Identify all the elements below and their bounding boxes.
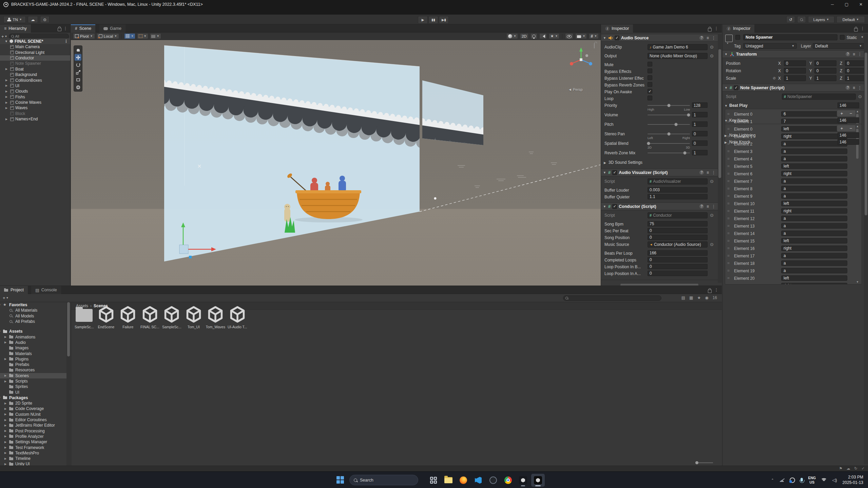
project-tree-item[interactable]: Resources <box>0 367 66 373</box>
array-element-row[interactable]: = Element 8 a <box>725 185 857 193</box>
note-knock-foldout[interactable]: ▶ Note Knock 146 <box>722 139 864 145</box>
drag-handle-icon[interactable]: = <box>727 283 730 285</box>
array-size-field[interactable]: 146 <box>837 139 859 145</box>
expand-arrow-icon[interactable]: ▶ <box>4 451 7 454</box>
tray-expand-icon[interactable]: ⌃ <box>771 478 774 482</box>
layers-dropdown[interactable]: Layers▼ <box>808 16 834 23</box>
project-tree-item[interactable]: ▼ Assets <box>0 329 66 334</box>
expand-arrow-icon[interactable]: ▶ <box>4 357 7 360</box>
presets-icon[interactable]: ≡ <box>853 85 855 90</box>
expand-arrow-icon[interactable]: ▶ <box>4 446 7 449</box>
element-value-field[interactable]: right <box>781 283 847 285</box>
drag-handle-icon[interactable]: = <box>727 268 730 273</box>
inspector-scrollbar[interactable] <box>718 34 722 283</box>
drag-handle-icon[interactable]: = <box>727 261 730 266</box>
play-button[interactable]: ▶ <box>418 16 428 24</box>
array-element-row[interactable]: = Element 21 right <box>725 282 857 285</box>
project-tree-item[interactable]: Materials <box>0 351 66 356</box>
hierarchy-item[interactable]: Background <box>0 72 70 77</box>
axis-y-field[interactable]: 0 <box>814 68 836 74</box>
hierarchy-item[interactable]: Directional Light <box>0 50 70 55</box>
tab-hierarchy[interactable]: ≡Hierarchy <box>0 24 31 33</box>
axis-y-field[interactable]: 0 <box>814 60 836 66</box>
element-value-field[interactable]: a <box>781 193 847 199</box>
array-element-row[interactable]: = Element 11 right <box>725 208 857 215</box>
audio-visualizer-header[interactable]: ▼ # ✓ Audio Visualizer (Script) ? ≡ ⋮ <box>601 169 718 176</box>
checkbox[interactable]: ✓ <box>648 82 652 87</box>
status-cloud-icon[interactable]: ☁ <box>847 466 850 471</box>
drag-handle-icon[interactable]: = <box>727 171 730 176</box>
slider-track[interactable] <box>648 153 690 153</box>
project-tree-item[interactable]: ▶ Post Processing <box>0 428 66 434</box>
expand-arrow-icon[interactable]: ▼ <box>0 396 1 399</box>
project-tree-scrollbar[interactable] <box>66 302 71 466</box>
array-element-row[interactable]: = Element 16 right <box>725 245 857 252</box>
link-scale-icon[interactable]: ⊘ <box>773 76 776 80</box>
project-tree-item[interactable]: ▼ Packages <box>0 395 66 401</box>
expand-arrow-icon[interactable]: ▶ <box>4 380 7 383</box>
expand-arrow-icon[interactable]: ▶ <box>4 413 7 416</box>
project-tree-item[interactable]: ▶ Plugins <box>0 356 66 362</box>
help-icon[interactable]: ? <box>846 85 850 90</box>
project-tree-item[interactable]: ▶ 2D Sprite <box>0 401 66 406</box>
kebab-menu-icon[interactable]: ⋮ <box>858 52 862 57</box>
expand-arrow-icon[interactable]: ▶ <box>5 90 9 93</box>
step-button[interactable]: ▶▮ <box>439 16 449 24</box>
project-tree-item[interactable]: ▶ Scenes <box>0 373 66 378</box>
project-search-input[interactable] <box>563 295 661 301</box>
axis-y-field[interactable]: 1 <box>814 75 836 81</box>
kebab-menu-icon[interactable]: ⋮ <box>712 204 716 209</box>
drag-handle-icon[interactable]: = <box>727 231 730 236</box>
kebab-menu-icon[interactable]: ⋮ <box>858 85 862 90</box>
favorites-filter-icon[interactable]: ★ <box>697 295 701 300</box>
hierarchy-item[interactable]: Block <box>0 111 70 116</box>
drag-handle-icon[interactable]: = <box>727 209 730 213</box>
clock[interactable]: 2:03 PM2025-01-13 <box>843 475 863 485</box>
project-tree-item[interactable]: ▶ Editor Coroutines <box>0 417 66 423</box>
expand-arrow-icon[interactable]: ▶ <box>4 463 7 466</box>
close-button[interactable]: ✕ <box>854 0 868 9</box>
project-tree-item[interactable]: UI <box>0 389 66 395</box>
perspective-label[interactable]: ◄ Persp <box>568 87 583 92</box>
expand-arrow-icon[interactable]: ▶ <box>5 106 9 110</box>
start-button[interactable] <box>336 476 344 484</box>
help-icon[interactable]: ? <box>846 52 850 56</box>
object-picker-icon[interactable]: ⊙ <box>710 53 714 58</box>
element-value-field[interactable]: right <box>781 246 847 251</box>
array-element-row[interactable]: = Element 19 a <box>725 267 857 275</box>
help-icon[interactable]: ? <box>699 204 704 209</box>
object-picker-icon[interactable]: ⊙ <box>710 44 714 50</box>
text-field[interactable]: 0 <box>648 264 708 269</box>
chrome-button[interactable] <box>501 474 515 487</box>
element-value-field[interactable]: left <box>781 275 847 281</box>
project-tree-item[interactable]: ▶ TextMeshPro <box>0 450 66 456</box>
slider-value-field[interactable]: 1 <box>692 121 708 127</box>
component-enabled-checkbox[interactable]: ✓ <box>612 170 617 175</box>
hierarchy-item[interactable]: ▶ Fishs <box>0 94 70 100</box>
cloud-button[interactable]: ☁ <box>28 16 38 23</box>
expand-arrow-icon[interactable]: ▼ <box>0 304 1 307</box>
2d-toggle[interactable]: 2D <box>520 33 528 39</box>
expand-arrow-icon[interactable]: ▶ <box>5 67 9 71</box>
project-tree-item[interactable]: ▶ Audio <box>0 340 66 345</box>
kebab-menu-icon[interactable]: ⋮ <box>64 39 68 44</box>
maximize-button[interactable]: ▢ <box>840 0 854 9</box>
remove-element-button[interactable]: − <box>846 110 855 116</box>
kebab-menu-icon[interactable]: ⋮ <box>714 26 718 31</box>
text-field[interactable]: 0 <box>648 235 708 240</box>
project-file[interactable]: SampleSc... <box>161 306 183 329</box>
slider-thumb[interactable] <box>674 123 678 126</box>
drag-handle-icon[interactable]: = <box>727 201 730 206</box>
expand-arrow-icon[interactable]: ▶ <box>5 101 9 104</box>
expand-arrow-icon[interactable]: ▶ <box>4 418 7 422</box>
hierarchy-item[interactable]: ▶ Cosine Waves <box>0 100 70 105</box>
kebab-menu-icon[interactable]: ⋮ <box>861 26 865 31</box>
array-element-row[interactable]: = Element 5 left <box>725 163 857 170</box>
foldout-arrow-icon[interactable]: ▶ <box>604 161 607 164</box>
presets-icon[interactable]: ≡ <box>853 52 855 57</box>
component-enabled-checkbox[interactable]: ✓ <box>615 36 619 40</box>
kebab-menu-icon[interactable]: ⋮ <box>712 36 716 40</box>
slider-track[interactable] <box>648 124 690 125</box>
expand-arrow-icon[interactable]: ▶ <box>5 95 9 98</box>
transform-header[interactable]: ▼ Transform ? ≡ ⋮ <box>722 50 864 58</box>
